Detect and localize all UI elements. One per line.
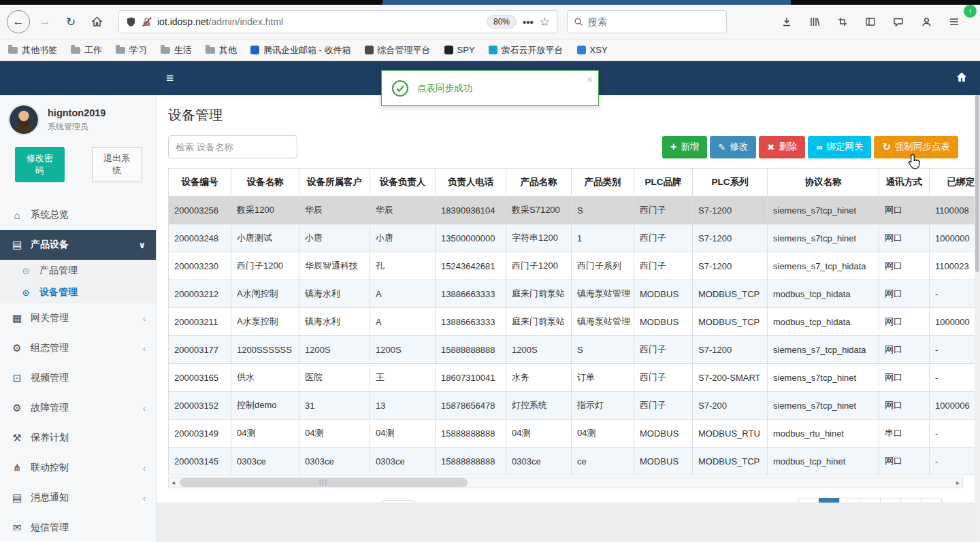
column-header[interactable]: 产品类别 [572, 169, 634, 197]
page-size-select[interactable]: 10 ▲ [382, 500, 415, 503]
table-cell: 1 [572, 224, 634, 252]
column-header[interactable]: 设备负责人 [370, 169, 436, 197]
add-button[interactable]: 新增 [662, 136, 707, 158]
table-cell: MODBUS [634, 308, 693, 336]
page-actions-icon[interactable]: ••• [523, 16, 534, 28]
bookmark-other-bookmarks[interactable]: 其他书签 [8, 44, 57, 56]
table-row[interactable]: 2000031450303ce0303ce0303ce1588888888803… [169, 447, 975, 475]
search-bar[interactable] [567, 10, 727, 33]
account-icon[interactable] [917, 12, 936, 31]
bookmark-life[interactable]: 生活 [161, 44, 192, 56]
tracking-shield-icon[interactable] [126, 16, 136, 27]
page-5[interactable]: 5 [900, 498, 921, 503]
screenshot-icon[interactable] [833, 12, 852, 31]
table-cell: siemens_s7_tcp_hidata [768, 336, 879, 364]
sidebar-toggle-icon[interactable]: ≡ [166, 71, 174, 86]
bookmark-work[interactable]: 工作 [71, 44, 102, 56]
table-cell: 字符串1200 [506, 224, 572, 252]
bookmark-ys7-open[interactable]: 萤石云开放平台 [489, 44, 564, 56]
table-row[interactable]: 200003230西门子1200华辰智通科技孔15243642681西门子120… [169, 252, 975, 280]
pocket-bubble-icon[interactable] [889, 12, 908, 31]
bookmark-star-icon[interactable]: ☆ [540, 15, 550, 29]
table-row[interactable]: 200003165供水医院王18607310041水务订单西门子S7-200-S… [169, 364, 975, 392]
column-header[interactable]: 通讯方式 [879, 169, 930, 197]
table-row[interactable]: 2000031771200SSSSSS1200S1200S15888888888… [169, 336, 975, 364]
close-icon[interactable]: × [587, 73, 593, 85]
page-2[interactable]: 2 [839, 498, 860, 503]
update-available-badge[interactable]: ↑ [964, 5, 977, 18]
column-header[interactable]: 协议名称 [768, 169, 879, 197]
edit-button[interactable]: 修改 [710, 136, 756, 158]
page-next[interactable]: › [921, 498, 942, 503]
sidebar-item-scada-management[interactable]: 组态管理‹ [0, 333, 156, 363]
insecure-lock-icon[interactable] [142, 17, 151, 27]
zoom-indicator[interactable]: 80% [487, 15, 517, 29]
table-row[interactable]: 200003248小唐测试小唐小唐13500000000字符串12001西门子S… [169, 224, 975, 252]
column-header[interactable]: 产品名称 [506, 169, 572, 197]
bookmark-mgmt-platform[interactable]: 综合管理平台 [365, 44, 431, 56]
page-1[interactable]: 1 [819, 498, 840, 503]
scroll-right-icon[interactable]: ▸ [956, 479, 960, 486]
column-header[interactable]: 负责人电话 [436, 169, 506, 197]
sidebar-item-message-notify[interactable]: 消息通知‹ [0, 483, 156, 513]
page-prev[interactable]: ‹ [798, 498, 819, 503]
menu-hamburger-icon[interactable] [945, 12, 964, 31]
bookmark-xsy[interactable]: XSY [577, 45, 608, 55]
library-icon[interactable] [805, 12, 824, 31]
table-cell: 王 [370, 364, 436, 392]
sidebars-icon[interactable] [861, 12, 880, 31]
bookmark-misc[interactable]: 其他 [206, 44, 237, 56]
bookmark-tencent-exmail[interactable]: 腾讯企业邮箱 - 收件箱 [250, 44, 351, 56]
app-home-icon[interactable] [956, 71, 968, 86]
delete-button[interactable]: 删除 [759, 136, 805, 158]
column-header[interactable]: PLC系列 [693, 169, 768, 197]
sidebar-item-product-management[interactable]: 产品管理 [0, 260, 156, 282]
page-3[interactable]: 3 [860, 498, 881, 503]
table-cell: 200003177 [169, 336, 231, 364]
scroll-left-icon[interactable]: ◂ [172, 479, 175, 486]
vertical-scrollbar[interactable] [975, 95, 980, 542]
sidebar-item-device-management[interactable]: 设备管理 [0, 282, 156, 303]
forward-button[interactable]: → [34, 11, 56, 33]
downloads-icon[interactable] [777, 12, 796, 31]
sidebar-item-linkage-control[interactable]: 联动控制‹ [0, 453, 156, 483]
logout-button[interactable]: 退出系统 [92, 147, 143, 182]
table-cell: MODBUS_TCP [693, 280, 768, 308]
sidebar-item-maintenance-plan[interactable]: 保养计划 [0, 423, 156, 453]
folder-icon [8, 47, 18, 54]
column-header[interactable]: 已绑定网关 [930, 169, 975, 197]
page-4[interactable]: 4 [880, 498, 901, 503]
table-row[interactable]: 200003211A水泵控制镇海水利A13886663333庭来门前泵站镇海泵站… [169, 308, 975, 336]
sidebar-item-fault-management[interactable]: 故障管理‹ [0, 393, 156, 423]
content-panel: 设备管理 新增修改删除绑定网关强制同步点表 设备编号设备名称设备所属客户设备负责… [157, 95, 975, 503]
table-row[interactable]: 200003212A水闸控制镇海水利A13886663333庭来门前泵站镇海泵站… [169, 280, 975, 308]
change-password-button[interactable]: 修改密码 [15, 147, 65, 182]
column-header[interactable]: 设备名称 [231, 169, 299, 197]
table-row[interactable]: 200003152控制demo311315878656478灯控系统指示灯西门子… [169, 392, 975, 420]
table-row[interactable]: 20000314904测04测04测1588888888804测04测MODBU… [169, 420, 975, 447]
home-button[interactable] [86, 11, 108, 33]
sidebar-item-sms-management[interactable]: 短信管理 [0, 513, 156, 542]
table-wrap: 设备编号设备名称设备所属客户设备负责人负责人电话产品名称产品类别PLC品牌PLC… [168, 168, 975, 475]
address-bar[interactable]: iot.idosp.net/admin/index.html 80% ••• ☆ [118, 10, 557, 33]
scrollbar-thumb[interactable]: ||| [180, 478, 468, 487]
search-input[interactable] [588, 16, 704, 27]
column-header[interactable]: PLC品牌 [634, 169, 693, 197]
column-header[interactable]: 设备所属客户 [299, 169, 370, 197]
reload-button[interactable]: ↻ [60, 11, 82, 33]
horizontal-scrollbar[interactable]: ◂ ||| ▸ [168, 477, 963, 488]
vertical-scrollbar-thumb[interactable] [975, 95, 979, 272]
sidebar-item-system-overview[interactable]: 系统总览 [0, 200, 156, 230]
bookmark-study[interactable]: 学习 [116, 44, 147, 56]
sidebar-item-product-device[interactable]: 产品设备∨ [0, 230, 156, 260]
bookmark-spy[interactable]: SPY [444, 45, 475, 55]
device-search-input[interactable] [168, 135, 297, 158]
bind-gateway-button[interactable]: 绑定网关 [808, 136, 871, 158]
back-button[interactable]: ← [7, 10, 30, 33]
table-cell: S7-200 [693, 392, 768, 420]
bookmark-label: 其他 [219, 44, 237, 56]
column-header[interactable]: 设备编号 [169, 169, 231, 197]
sidebar-item-gateway-management[interactable]: 网关管理‹ [0, 303, 156, 333]
sidebar-item-video-management[interactable]: 视频管理 [0, 363, 156, 393]
table-row[interactable]: 200003256数采1200华辰华辰18390936104数采S71200S西… [169, 197, 975, 224]
